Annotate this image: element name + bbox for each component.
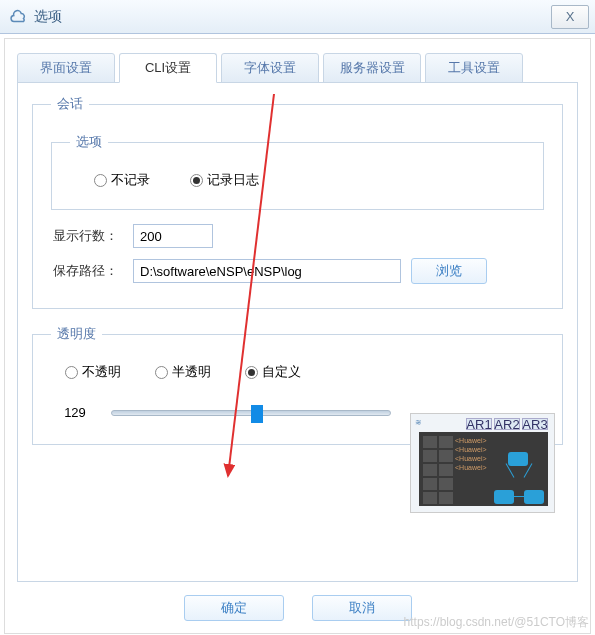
titlebar: 选项 X [0,0,595,34]
options-group: 选项 不记录 记录日志 [51,133,544,210]
rows-label: 显示行数： [53,227,123,245]
rows-input[interactable] [133,224,213,248]
options-legend: 选项 [70,133,108,151]
session-legend: 会话 [51,95,89,113]
radio-semi[interactable]: 半透明 [155,363,211,381]
cancel-button[interactable]: 取消 [312,595,412,621]
window-title: 选项 [34,8,62,26]
tab-cli[interactable]: CLI设置 [119,53,217,83]
watermark: https://blog.csdn.net/@51CTO博客 [404,614,589,631]
cli-panel: 会话 选项 不记录 记录日志 显示行数： [17,82,578,582]
radio-record-log[interactable]: 记录日志 [190,171,259,189]
tab-font[interactable]: 字体设置 [221,53,319,83]
tab-server[interactable]: 服务器设置 [323,53,421,83]
ok-button[interactable]: 确定 [184,595,284,621]
radio-icon [155,366,168,379]
radio-icon [190,174,203,187]
rows-row: 显示行数： [53,224,542,248]
session-group: 会话 选项 不记录 记录日志 显示行数： [32,95,563,309]
radio-icon [94,174,107,187]
radio-no-record[interactable]: 不记录 [94,171,150,189]
slider-thumb[interactable] [251,405,263,423]
tab-tools[interactable]: 工具设置 [425,53,523,83]
radio-custom[interactable]: 自定义 [245,363,301,381]
preview-tab: AR1 [466,418,492,430]
tab-interface[interactable]: 界面设置 [17,53,115,83]
close-button[interactable]: X [551,5,589,29]
preview-logo: ≋ [415,418,422,427]
preview-tab: AR3 [522,418,548,430]
path-input[interactable] [133,259,401,283]
radio-icon [65,366,78,379]
path-row: 保存路径： 浏览 [53,258,542,284]
transparency-legend: 透明度 [51,325,102,343]
content-area: 界面设置 CLI设置 字体设置 服务器设置 工具设置 会话 选项 不记录 记录日… [4,38,591,634]
tab-bar: 界面设置 CLI设置 字体设置 服务器设置 工具设置 [17,53,578,83]
cloud-icon [10,8,28,26]
radio-opaque[interactable]: 不透明 [65,363,121,381]
radio-icon [245,366,258,379]
browse-button[interactable]: 浏览 [411,258,487,284]
transparency-slider[interactable] [111,410,391,416]
preview-thumbnail: ≋ AR1 AR2 AR3 <Huawei><Huawei><Huawei><H… [410,413,555,513]
slider-value: 129 [55,405,95,420]
path-label: 保存路径： [53,262,123,280]
preview-tab: AR2 [494,418,520,430]
